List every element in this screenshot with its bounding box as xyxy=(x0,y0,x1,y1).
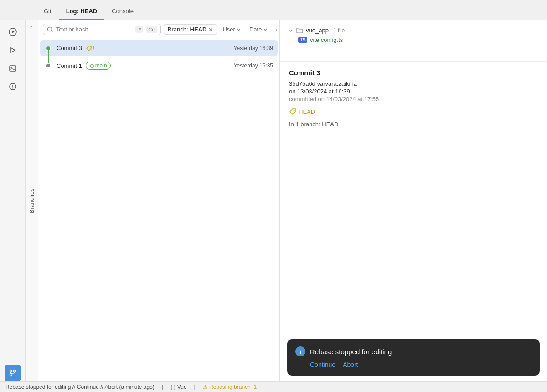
svg-point-19 xyxy=(294,110,295,111)
branch-filter[interactable]: Branch: HEAD xyxy=(164,24,217,35)
head-tag-icon xyxy=(86,45,92,52)
svg-point-18 xyxy=(89,46,90,47)
notification-header: i Rebase stopped for editing xyxy=(295,346,532,356)
ts-badge: TS xyxy=(298,37,307,43)
date-filter-label: Date xyxy=(249,26,262,33)
status-bar: Rebase stopped for editing // Continue /… xyxy=(0,381,547,392)
commit-time-commit1: Yesterday 16:35 xyxy=(234,62,273,69)
branch-tag-icon xyxy=(89,63,94,68)
run-icon-btn[interactable] xyxy=(5,24,21,40)
branches-chevron-icon[interactable]: › xyxy=(31,24,32,29)
commit-name-commit1: Commit 1 xyxy=(57,62,82,69)
commit-head-tag-icon xyxy=(289,108,296,115)
file-name-vite: vite.config.ts xyxy=(310,36,343,43)
git-icon-btn[interactable] xyxy=(5,365,21,381)
status-framework: { } Vue xyxy=(170,384,187,390)
user-filter-label: User xyxy=(222,26,235,33)
commit-tag-main: main xyxy=(86,62,111,70)
commit-hash-value[interactable]: 35d75a6d varvara.zaikina xyxy=(289,80,357,87)
tab-log[interactable]: Log: HEAD xyxy=(59,3,105,20)
commit-info-commit1: Commit 1 main Yesterday 16:35 xyxy=(57,62,273,70)
case-badge[interactable]: Cc xyxy=(146,26,156,33)
commit-list-panel: .* Cc Branch: HEAD User xyxy=(38,20,280,381)
filter-controls: Branch: HEAD User Date xyxy=(164,24,292,35)
folder-name: vue_app xyxy=(306,27,329,34)
commit-dot-commit1 xyxy=(46,63,51,68)
main-layout: › Branches .* Cc Branch: HEAD xyxy=(0,20,547,381)
svg-point-8 xyxy=(10,370,12,372)
commit-detail-hash: 35d75a6d varvara.zaikina xyxy=(289,80,538,87)
notification-card: i Rebase stopped for editing Continue Ab… xyxy=(287,339,540,376)
regex-badge[interactable]: .* xyxy=(135,26,143,33)
continue-button[interactable]: Continue xyxy=(310,361,335,368)
tab-git[interactable]: Git xyxy=(36,3,59,20)
date-filter-chevron-icon xyxy=(263,27,268,32)
file-tree-folder-row[interactable]: vue_app 1 file xyxy=(287,26,540,35)
commit-detail-title: Commit 3 xyxy=(289,69,538,77)
info-icon: i xyxy=(295,346,305,356)
file-count: 1 file xyxy=(333,27,345,34)
search-input-wrapper[interactable]: .* Cc xyxy=(43,24,161,35)
commit-graph-commit3 xyxy=(45,46,52,51)
commit-graph-commit1 xyxy=(45,63,52,68)
svg-point-10 xyxy=(10,374,12,376)
file-row-vite[interactable]: TS vite.config.ts xyxy=(287,35,540,45)
branches-label[interactable]: Branches xyxy=(29,188,35,213)
folder-expand-icon[interactable] xyxy=(287,27,294,34)
commit-detail-branch-info: In 1 branch: HEAD xyxy=(289,121,538,128)
branch-filter-label: Branch: xyxy=(168,26,188,33)
commit-detail-tag: HEAD xyxy=(289,108,315,115)
play-icon-btn[interactable] xyxy=(5,42,21,58)
commit-name-commit3: Commit 3 xyxy=(57,45,82,52)
commit-tag-commit3: ! xyxy=(86,45,94,52)
commit-time-commit3: Yesterday 16:39 xyxy=(234,45,273,52)
abort-button[interactable]: Abort xyxy=(343,361,358,368)
svg-line-13 xyxy=(52,31,53,32)
search-icon xyxy=(47,26,53,33)
branch-filter-close-icon[interactable] xyxy=(208,27,213,32)
filter-more-arrow[interactable]: › xyxy=(273,25,279,34)
problems-icon-btn[interactable] xyxy=(5,78,21,95)
sidebar-icons xyxy=(0,20,26,381)
commit-info-commit3: Commit 3 ! Yesterday 16:39 xyxy=(57,45,273,52)
svg-marker-2 xyxy=(11,48,15,52)
commit-tag-text: HEAD xyxy=(299,108,315,115)
user-filter[interactable]: User xyxy=(220,25,243,34)
commit-item-commit1[interactable]: Commit 1 main Yesterday 16:35 xyxy=(38,57,279,74)
commit-detail-authored-on: on 13/03/2024 at 16:39 xyxy=(289,88,538,95)
folder-icon xyxy=(296,27,303,34)
notification-message: Rebase stopped for editing xyxy=(310,348,392,356)
status-message: Rebase stopped for editing // Continue /… xyxy=(5,384,155,390)
commit-detail-committed-on: committed on 14/03/2024 at 17:55 xyxy=(289,96,538,103)
branches-panel[interactable]: › Branches xyxy=(26,20,38,381)
user-filter-chevron-icon xyxy=(237,27,241,32)
search-input[interactable] xyxy=(56,26,133,33)
date-filter[interactable]: Date xyxy=(247,25,270,34)
search-bar: .* Cc Branch: HEAD User xyxy=(38,20,279,39)
tab-console[interactable]: Console xyxy=(104,3,141,20)
terminal-icon-btn[interactable] xyxy=(5,60,21,77)
status-rebasing: ⚠ Rebasing branch_1 xyxy=(203,384,257,390)
commit-item-commit3[interactable]: Commit 3 ! Yesterday 16:39 xyxy=(40,40,278,56)
notification-actions: Continue Abort xyxy=(295,361,532,368)
svg-point-9 xyxy=(13,370,15,372)
branch-filter-value: HEAD xyxy=(190,26,207,33)
commit-list: Commit 3 ! Yesterday 16:39 xyxy=(38,39,279,381)
tab-bar: Git Log: HEAD Console xyxy=(0,0,547,20)
file-tree-area: vue_app 1 file TS vite.config.ts xyxy=(280,20,547,61)
right-panel: vue_app 1 file TS vite.config.ts Commit … xyxy=(280,20,547,381)
commit-detail: Commit 3 35d75a6d varvara.zaikina on 13/… xyxy=(280,61,547,334)
svg-point-7 xyxy=(12,88,13,89)
svg-marker-1 xyxy=(12,31,15,33)
